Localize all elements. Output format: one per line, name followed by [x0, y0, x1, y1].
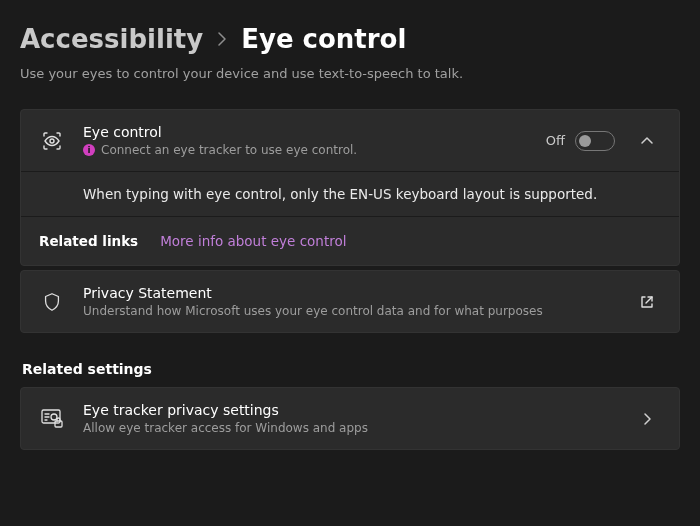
related-settings-header: Related settings	[22, 361, 680, 377]
eye-control-card: Eye control i Connect an eye tracker to …	[20, 109, 680, 266]
eye-control-title: Eye control	[83, 124, 528, 140]
privacy-desc: Understand how Microsoft uses your eye c…	[83, 304, 615, 318]
eye-tracker-privacy-card[interactable]: Eye tracker privacy settings Allow eye t…	[20, 387, 680, 450]
privacy-settings-icon	[39, 408, 65, 430]
breadcrumb: Accessibility Eye control	[20, 24, 680, 54]
page-subtitle: Use your eyes to control your device and…	[20, 66, 680, 81]
breadcrumb-parent[interactable]: Accessibility	[20, 24, 203, 54]
svg-point-2	[51, 414, 57, 420]
shield-icon	[39, 291, 65, 313]
svg-point-0	[50, 139, 54, 143]
chevron-right-icon	[217, 32, 227, 46]
privacy-title: Privacy Statement	[83, 285, 615, 301]
eye-control-toggle[interactable]	[575, 131, 615, 151]
info-icon: i	[83, 144, 95, 156]
eye-control-row[interactable]: Eye control i Connect an eye tracker to …	[21, 110, 679, 171]
toggle-state-label: Off	[546, 133, 565, 148]
eye-tracker-privacy-title: Eye tracker privacy settings	[83, 402, 615, 418]
eye-control-hint: Connect an eye tracker to use eye contro…	[101, 143, 357, 157]
eye-tracker-privacy-desc: Allow eye tracker access for Windows and…	[83, 421, 615, 435]
svg-rect-3	[55, 421, 62, 427]
external-link-icon	[633, 294, 661, 310]
privacy-card[interactable]: Privacy Statement Understand how Microso…	[20, 270, 680, 333]
page-title: Eye control	[241, 24, 406, 54]
chevron-up-icon[interactable]	[633, 134, 661, 148]
related-links-row: Related links More info about eye contro…	[21, 216, 679, 265]
more-info-link[interactable]: More info about eye control	[160, 233, 346, 249]
eye-control-icon	[39, 129, 65, 153]
related-links-label: Related links	[39, 233, 138, 249]
eye-control-note: When typing with eye control, only the E…	[21, 171, 679, 216]
chevron-right-icon	[633, 412, 661, 426]
